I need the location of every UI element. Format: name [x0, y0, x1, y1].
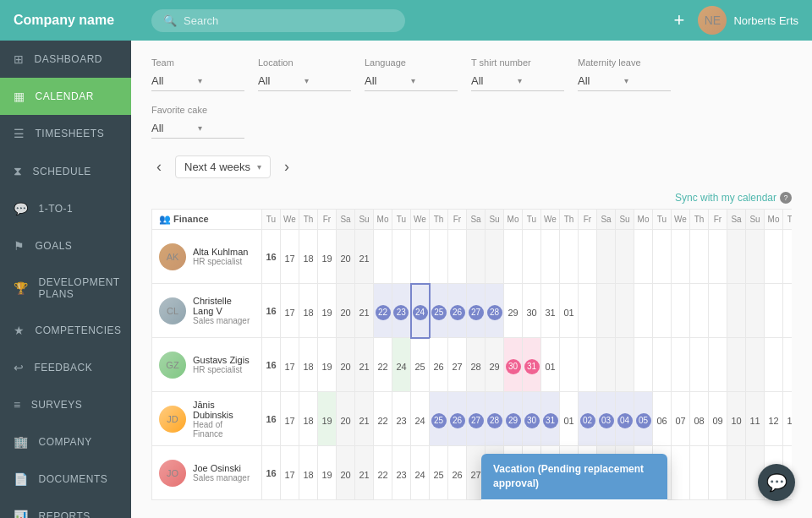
- num-cell: 22: [374, 338, 392, 392]
- prev-button[interactable]: ‹: [151, 156, 167, 177]
- col-header: Sa: [727, 210, 746, 230]
- num-cell: 01: [541, 338, 560, 392]
- sidebar-item-1to1[interactable]: 💬 1-TO-1: [0, 190, 131, 227]
- sidebar-item-documents[interactable]: 📄 DOCUMENTS: [0, 461, 131, 498]
- num-cell: [486, 230, 504, 284]
- sidebar-item-competencies[interactable]: ★ COMPETENCIES: [0, 312, 131, 349]
- search-input[interactable]: [184, 14, 393, 27]
- num-cell: [653, 284, 672, 338]
- num-cell: 13: [783, 392, 793, 446]
- vac-marker[interactable]: 05: [636, 413, 651, 428]
- num-cell: [616, 338, 634, 392]
- num-cell: 27: [448, 338, 467, 392]
- sidebar-item-dev-plans[interactable]: 🏆 DEVELOPMENT PLANS: [0, 264, 131, 312]
- num-cell: 16: [262, 392, 281, 446]
- filter-cake-select[interactable]: All ▾: [151, 118, 244, 139]
- dept-header: 👥 Finance: [152, 210, 262, 230]
- num-cell: [634, 230, 653, 284]
- num-cell: 01: [560, 392, 579, 446]
- num-cell: [672, 446, 690, 500]
- vac-marker[interactable]: 30: [524, 413, 540, 428]
- vac-marker[interactable]: 26: [450, 305, 465, 320]
- filter-location-select[interactable]: All ▾: [258, 71, 351, 91]
- vac-marker[interactable]: 26: [450, 413, 465, 428]
- sync-link[interactable]: Sync with my calendar ?: [675, 192, 792, 204]
- vac-marker[interactable]: 28: [487, 305, 502, 320]
- col-header: Tu: [653, 210, 672, 230]
- sidebar-item-schedule[interactable]: ⧗ SCHEDULE: [0, 152, 131, 190]
- sidebar-item-surveys[interactable]: ≡ SURVEYS: [0, 386, 131, 423]
- vac-marker[interactable]: 27: [469, 413, 484, 428]
- add-button[interactable]: +: [674, 11, 685, 30]
- vac-marker[interactable]: 28: [487, 413, 502, 428]
- sidebar-item-calendar[interactable]: ▦ CALENDAR: [0, 78, 131, 115]
- num-cell: 08: [690, 392, 709, 446]
- vac-marker[interactable]: 25: [431, 413, 447, 428]
- table-row: AK Alta Kuhlman HR specialist 16 17 18 1…: [152, 230, 793, 284]
- num-cell: [709, 338, 727, 392]
- vac-marker[interactable]: 29: [506, 413, 521, 428]
- next-button[interactable]: ›: [279, 156, 294, 177]
- table-row: CL Christelle Lang V Sales manager 16 17…: [152, 284, 793, 338]
- vac-marker[interactable]: 22: [376, 305, 391, 320]
- sidebar-item-feedback[interactable]: ↩ FEEDBACK: [0, 349, 131, 386]
- vac-marker[interactable]: 30: [506, 359, 521, 374]
- chat-button[interactable]: 💬: [758, 464, 795, 501]
- col-header: Th: [560, 210, 579, 230]
- user-area[interactable]: NE Norberts Erts: [698, 6, 798, 35]
- vac-marker[interactable]: 27: [469, 305, 484, 320]
- num-cell: 18: [299, 284, 318, 338]
- num-cell: [765, 230, 783, 284]
- vac-marker[interactable]: 31: [543, 413, 558, 428]
- info-icon: ?: [780, 192, 792, 204]
- sidebar-label-documents: DOCUMENTS: [39, 473, 108, 485]
- vac-marker[interactable]: 25: [431, 305, 447, 320]
- sidebar-item-goals[interactable]: ⚑ GOALS: [0, 227, 131, 264]
- sidebar-label-reports: REPORTS: [39, 510, 91, 518]
- emp-name: Joe Osinski: [193, 463, 250, 473]
- num-cell: [765, 338, 783, 392]
- vac-marker[interactable]: 24: [413, 305, 428, 320]
- sidebar-item-reports[interactable]: 📊 REPORTS: [0, 498, 131, 518]
- num-cell: 29: [504, 284, 523, 338]
- vac-marker[interactable]: 02: [580, 413, 595, 428]
- num-cell: 05: [634, 392, 653, 446]
- sidebar-item-dashboard[interactable]: ⊞ DASHBOARD: [0, 41, 131, 78]
- vac-marker[interactable]: 04: [617, 413, 633, 428]
- search-box[interactable]: 🔍: [151, 9, 405, 32]
- filter-language-select[interactable]: All ▾: [365, 71, 458, 91]
- company-icon: 🏢: [14, 435, 29, 449]
- num-cell: [616, 284, 634, 338]
- col-header: Tu: [262, 210, 281, 230]
- sidebar-label-dev-plans: DEVELOPMENT PLANS: [39, 276, 120, 300]
- goals-icon: ⚑: [14, 239, 25, 253]
- num-cell: 18: [299, 392, 318, 446]
- num-cell: 18: [299, 338, 318, 392]
- num-cell: [709, 446, 727, 500]
- num-cell: [430, 230, 448, 284]
- sidebar-item-timesheets[interactable]: ☰ TIMESHEETS: [0, 115, 131, 152]
- num-cell: 19: [318, 446, 337, 500]
- num-cell: 22: [374, 446, 392, 500]
- num-cell: 26: [430, 338, 448, 392]
- search-icon: 🔍: [163, 14, 177, 27]
- range-select[interactable]: Next 4 weeks ▾: [175, 155, 271, 178]
- main-content: Team All ▾ Location All ▾ Language All ▾: [131, 41, 812, 518]
- vac-marker[interactable]: 31: [524, 359, 540, 374]
- filter-team-select[interactable]: All ▾: [151, 71, 244, 91]
- num-cell: [560, 338, 579, 392]
- vac-marker[interactable]: 23: [393, 305, 409, 320]
- calendar-wrapper: 👥 Finance Tu We Th Fr Sa Su Mo Tu We Th: [151, 209, 792, 500]
- avatar: JD: [159, 406, 186, 433]
- col-header: Tu: [392, 210, 411, 230]
- filter-location-arrow: ▾: [304, 76, 351, 85]
- filter-tshirt-select[interactable]: All ▾: [471, 71, 564, 91]
- filter-maternity: Maternity leave All ▾: [578, 57, 671, 91]
- calendar-nav: ‹ Next 4 weeks ▾ ›: [151, 155, 792, 178]
- filter-maternity-select[interactable]: All ▾: [578, 71, 671, 91]
- sidebar-item-company[interactable]: 🏢 COMPANY: [0, 423, 131, 461]
- vac-marker[interactable]: 03: [599, 413, 614, 428]
- num-cell: [783, 338, 793, 392]
- num-cell: 24: [411, 284, 430, 338]
- num-cell: 28: [486, 284, 504, 338]
